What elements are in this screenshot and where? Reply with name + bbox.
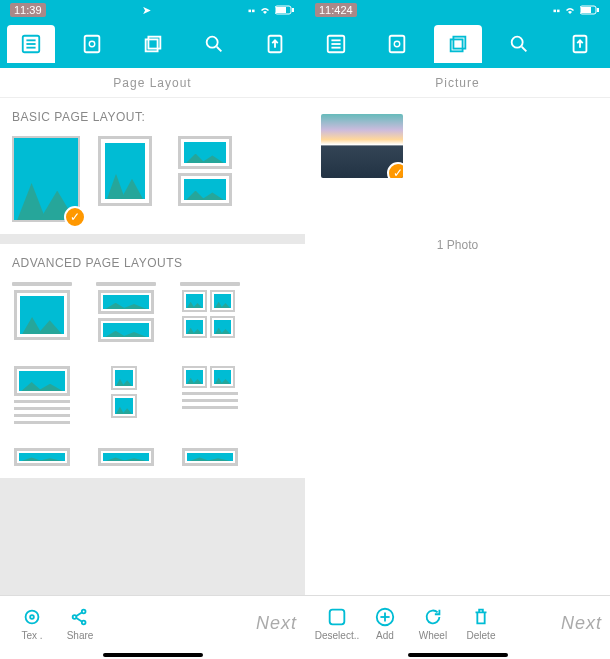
- svg-point-17: [82, 610, 86, 614]
- svg-point-11: [206, 37, 217, 48]
- svg-rect-7: [84, 36, 99, 53]
- layout-extra-2[interactable]: [96, 448, 156, 466]
- top-nav: [305, 20, 610, 68]
- advanced-layout-grid: [12, 282, 293, 466]
- svg-point-18: [82, 621, 86, 625]
- trash-icon: [470, 606, 492, 628]
- layout-full-bleed[interactable]: ✓: [12, 136, 80, 222]
- layout-icon: [325, 33, 347, 55]
- deselect-button[interactable]: Deselect..: [313, 606, 361, 641]
- pictures-icon: [142, 33, 164, 55]
- deselect-label: Deselect..: [315, 630, 359, 641]
- tab-search[interactable]: [190, 25, 238, 63]
- tex-label: Tex .: [21, 630, 42, 641]
- layout-extra-3[interactable]: [180, 448, 240, 466]
- tab-upload[interactable]: [556, 25, 604, 63]
- layout-grid-text[interactable]: [180, 366, 240, 424]
- basic-section-title: BASIC PAGE LAYOUT:: [12, 110, 293, 124]
- status-time: 11:39: [10, 3, 46, 17]
- home-indicator: [305, 651, 610, 659]
- layout-image-text[interactable]: [12, 366, 72, 424]
- layout-two-up[interactable]: [178, 136, 240, 222]
- status-time: 11:424: [315, 3, 357, 17]
- svg-point-32: [511, 37, 522, 48]
- home-indicator: [0, 651, 305, 659]
- share-label: Share: [67, 630, 94, 641]
- search-icon: [508, 33, 530, 55]
- layout-bordered[interactable]: [98, 136, 160, 222]
- bottom-bar: Tex . Share Next: [0, 595, 305, 651]
- deselect-icon: [326, 606, 348, 628]
- search-icon: [203, 33, 225, 55]
- upload-icon: [569, 33, 591, 55]
- photo-item[interactable]: ✓: [321, 114, 403, 178]
- basic-layout-grid: ✓: [12, 136, 293, 222]
- plus-circle-icon: [374, 606, 396, 628]
- layout-two-image-text[interactable]: [96, 366, 156, 424]
- gear-icon: [21, 606, 43, 628]
- screen-page-layout: 11:39 ➤ ▪▪ Page Layout: [0, 0, 305, 659]
- layout-title-two[interactable]: [96, 282, 156, 342]
- top-nav: [0, 20, 305, 68]
- layout-icon: [20, 33, 42, 55]
- tab-settings[interactable]: [373, 25, 421, 63]
- bottom-bar: Deselect.. Add Wheel Delete Next: [305, 595, 610, 651]
- check-icon: ✓: [387, 162, 403, 178]
- status-indicators: ▪▪: [248, 5, 295, 16]
- location-arrow-icon: ➤: [142, 4, 151, 17]
- signal-icon: ▪▪: [248, 5, 255, 16]
- tab-layout[interactable]: [7, 25, 55, 63]
- screen-pictures: 11:424 ▪▪ Picture: [305, 0, 610, 659]
- tab-pictures[interactable]: [129, 25, 177, 63]
- settings-page-icon: [386, 33, 408, 55]
- status-bar: 11:39 ➤ ▪▪: [0, 0, 305, 20]
- svg-line-20: [76, 618, 82, 622]
- tab-pictures[interactable]: [434, 25, 482, 63]
- svg-point-16: [73, 615, 77, 619]
- svg-rect-35: [330, 610, 345, 625]
- svg-line-12: [216, 47, 221, 52]
- content-area: BASIC PAGE LAYOUT: ✓ ADVANCED PAGE: [0, 98, 305, 595]
- status-indicators: ▪▪: [553, 5, 600, 16]
- tab-upload[interactable]: [251, 25, 299, 63]
- svg-rect-23: [597, 8, 599, 12]
- photo-count-label: 1 Photo: [321, 238, 594, 252]
- next-button[interactable]: Next: [256, 613, 297, 634]
- svg-rect-1: [276, 7, 286, 13]
- subheader: Page Layout: [0, 68, 305, 98]
- check-icon: ✓: [64, 206, 86, 228]
- add-button[interactable]: Add: [361, 606, 409, 641]
- layout-title-image[interactable]: [12, 282, 72, 342]
- wheel-button[interactable]: Wheel: [409, 606, 457, 641]
- svg-rect-28: [389, 36, 404, 53]
- pictures-icon: [447, 33, 469, 55]
- share-button[interactable]: Share: [56, 606, 104, 641]
- basic-layouts-section: BASIC PAGE LAYOUT: ✓: [0, 98, 305, 234]
- svg-rect-10: [145, 39, 157, 51]
- wheel-label: Wheel: [419, 630, 447, 641]
- share-icon: [69, 606, 91, 628]
- tab-settings[interactable]: [68, 25, 116, 63]
- svg-point-15: [30, 615, 34, 619]
- advanced-section-title: ADVANCED PAGE LAYOUTS: [12, 256, 293, 270]
- settings-page-icon: [81, 33, 103, 55]
- tab-layout[interactable]: [312, 25, 360, 63]
- delete-button[interactable]: Delete: [457, 606, 505, 641]
- wifi-icon: [564, 5, 576, 15]
- battery-icon: [275, 5, 295, 15]
- tab-search[interactable]: [495, 25, 543, 63]
- svg-line-19: [76, 612, 82, 616]
- signal-icon: ▪▪: [553, 5, 560, 16]
- battery-icon: [580, 5, 600, 15]
- layout-title-four[interactable]: [180, 282, 240, 342]
- photo-grid: ✓ 1 Photo: [305, 98, 610, 595]
- add-label: Add: [376, 630, 394, 641]
- svg-line-33: [521, 47, 526, 52]
- refresh-icon: [422, 606, 444, 628]
- svg-rect-2: [292, 8, 294, 12]
- layout-extra-1[interactable]: [12, 448, 72, 466]
- svg-rect-31: [450, 39, 462, 51]
- next-button[interactable]: Next: [561, 613, 602, 634]
- delete-label: Delete: [467, 630, 496, 641]
- tex-button[interactable]: Tex .: [8, 606, 56, 641]
